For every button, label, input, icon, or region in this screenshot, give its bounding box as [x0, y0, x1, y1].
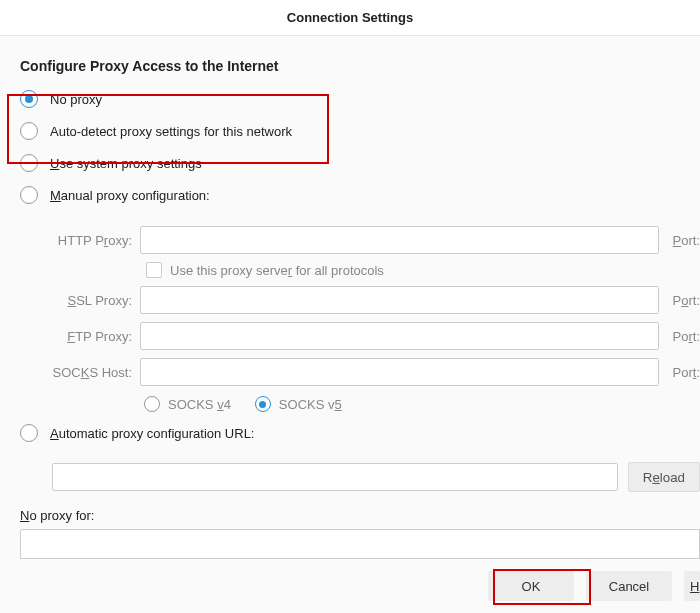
no-proxy-for-section: No proxy for: — [16, 508, 700, 559]
reload-button[interactable]: Reload — [628, 462, 700, 492]
ftp-proxy-label: FTP Proxy: — [46, 329, 132, 344]
ssl-proxy-row: SSL Proxy: Port: — [46, 286, 700, 314]
port-label: Port: — [673, 365, 700, 380]
auto-config-url-row: Reload — [20, 462, 700, 492]
use-all-protocols-row[interactable]: Use this proxy server for all protocols — [46, 262, 700, 278]
content-pane: Configure Proxy Access to the Internet N… — [0, 36, 700, 613]
port-label: Port: — [673, 233, 700, 248]
socks-host-label: SOCKS Host: — [46, 365, 132, 380]
section-heading: Configure Proxy Access to the Internet — [16, 58, 700, 74]
option-manual-proxy[interactable]: Manual proxy configuration: — [20, 184, 700, 206]
proxy-mode-options: No proxy Auto-detect proxy settings for … — [16, 88, 700, 492]
radio-icon — [20, 90, 38, 108]
option-auto-config-url[interactable]: Automatic proxy configuration URL: — [20, 422, 700, 444]
socks-v5-option[interactable]: SOCKS v5 — [255, 396, 342, 412]
socks-host-input[interactable] — [140, 358, 659, 386]
http-proxy-label: HTTP Proxy: — [46, 233, 132, 248]
port-label: Port: — [673, 329, 700, 344]
socks-version-row: SOCKS v4 SOCKS v5 — [46, 396, 700, 412]
option-label: Use system proxy settings — [50, 156, 202, 171]
manual-proxy-fields: HTTP Proxy: Port: Use this proxy server … — [20, 226, 700, 412]
socks-v4-label: SOCKS v4 — [168, 397, 231, 412]
use-all-protocols-label: Use this proxy server for all protocols — [170, 263, 384, 278]
dialog-title: Connection Settings — [0, 0, 700, 36]
socks-v4-option[interactable]: SOCKS v4 — [144, 396, 231, 412]
radio-icon — [255, 396, 271, 412]
checkbox-icon — [146, 262, 162, 278]
ftp-proxy-row: FTP Proxy: Port: — [46, 322, 700, 350]
option-label: No proxy — [50, 92, 102, 107]
option-label: Auto-detect proxy settings for this netw… — [50, 124, 292, 139]
radio-icon — [144, 396, 160, 412]
http-proxy-input[interactable] — [140, 226, 659, 254]
port-label: Port: — [673, 293, 700, 308]
option-no-proxy[interactable]: No proxy — [20, 88, 700, 110]
no-proxy-for-input[interactable] — [20, 529, 700, 559]
radio-icon — [20, 122, 38, 140]
cancel-button[interactable]: Cancel — [586, 571, 672, 601]
help-button[interactable]: Help — [684, 571, 700, 601]
ssl-proxy-input[interactable] — [140, 286, 659, 314]
auto-config-url-input[interactable] — [52, 463, 618, 491]
ftp-proxy-input[interactable] — [140, 322, 659, 350]
option-label: Manual proxy configuration: — [50, 188, 210, 203]
option-auto-detect[interactable]: Auto-detect proxy settings for this netw… — [20, 120, 700, 142]
http-proxy-row: HTTP Proxy: Port: — [46, 226, 700, 254]
option-system-proxy[interactable]: Use system proxy settings — [20, 152, 700, 174]
dialog-buttons: OK Cancel Help — [0, 571, 700, 601]
socks-v5-label: SOCKS v5 — [279, 397, 342, 412]
socks-host-row: SOCKS Host: Port: — [46, 358, 700, 386]
no-proxy-for-label: No proxy for: — [20, 508, 700, 523]
ok-button[interactable]: OK — [488, 571, 574, 601]
radio-icon — [20, 154, 38, 172]
radio-icon — [20, 424, 38, 442]
radio-icon — [20, 186, 38, 204]
option-label: Automatic proxy configuration URL: — [50, 426, 254, 441]
ssl-proxy-label: SSL Proxy: — [46, 293, 132, 308]
